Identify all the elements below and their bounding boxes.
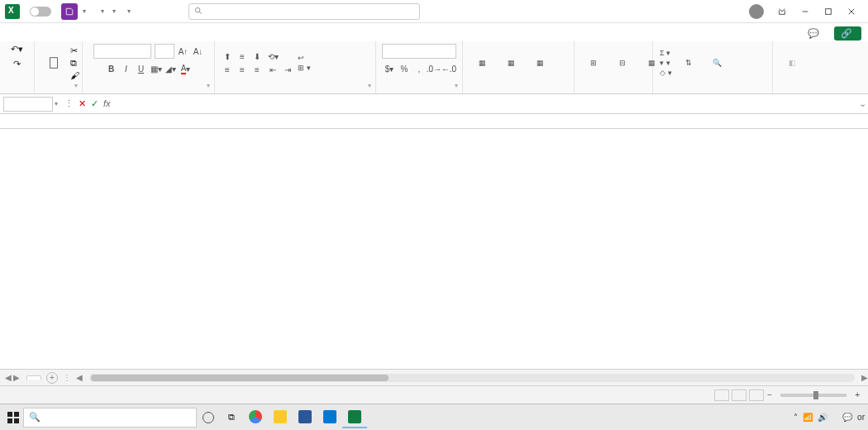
tray-chevron[interactable]: ˄ — [794, 413, 798, 422]
sheet-nav-next[interactable]: ▶ — [13, 373, 20, 382]
fill-button[interactable]: ▾ ▾ — [660, 59, 672, 67]
name-box[interactable] — [3, 97, 53, 112]
wrap-text-button[interactable]: ↩ — [298, 54, 311, 62]
font-color-icon[interactable]: A▾ — [180, 63, 192, 74]
user-account[interactable] — [745, 4, 764, 19]
comments-button[interactable]: 💬 — [802, 26, 827, 41]
paste-button[interactable] — [41, 52, 66, 74]
start-button[interactable] — [3, 408, 23, 428]
view-break-icon[interactable] — [749, 389, 764, 401]
tray-network-icon[interactable]: 📶 — [803, 413, 813, 422]
zoom-in[interactable]: + — [851, 390, 863, 399]
underline-icon[interactable]: U — [136, 63, 147, 74]
zoom-out[interactable]: − — [764, 390, 775, 399]
indent-right-icon[interactable]: ⇥ — [282, 64, 293, 75]
search-icon — [194, 7, 203, 16]
share-button[interactable]: 🔗 — [834, 26, 861, 41]
numfmt-caret[interactable]: ▾ — [101, 7, 104, 15]
file-explorer-icon[interactable] — [268, 407, 293, 428]
view-layout-icon[interactable] — [732, 389, 746, 401]
minimize-button[interactable] — [794, 2, 817, 21]
bold-icon[interactable]: B — [106, 63, 117, 74]
ribbon: ↶▾ ↷ ✂ ⧉ 🖌 ▾ A↑ A↓ — [0, 41, 868, 94]
autosave[interactable] — [26, 7, 55, 17]
book-dropdown[interactable]: ▾ — [127, 7, 131, 15]
taskbar-search[interactable]: 🔍 — [23, 408, 197, 428]
italic-icon[interactable]: I — [121, 63, 132, 74]
format-as-table-button[interactable]: ▦ — [498, 52, 523, 74]
windows-taskbar: 🔍 ⧉ ˄ 📶 🔊 💬 or — [0, 404, 868, 430]
qat-more[interactable]: ▾ — [112, 7, 116, 15]
hscroll-right[interactable]: ▶ — [861, 373, 868, 382]
qat-dropdown[interactable]: ▾ — [83, 7, 86, 15]
align-middle-icon[interactable]: ≡ — [236, 50, 248, 62]
name-box-caret[interactable]: ▾ — [53, 100, 60, 108]
view-normal-icon[interactable] — [714, 389, 729, 401]
increase-decimal-icon[interactable]: .0→ — [428, 63, 440, 74]
store-icon[interactable] — [317, 407, 342, 428]
delete-cells-button[interactable]: ⊟ — [610, 52, 635, 74]
cut-icon[interactable]: ✂ — [70, 45, 79, 56]
font-name-select[interactable] — [93, 44, 151, 59]
accounting-icon[interactable]: $▾ — [384, 63, 395, 74]
enter-formula-icon[interactable]: ✓ — [91, 98, 98, 109]
group-undo — [7, 82, 27, 93]
analyze-data-button[interactable]: ◧ — [780, 52, 804, 74]
tray-volume-icon[interactable]: 🔊 — [818, 413, 827, 422]
autosave-toggle[interactable] — [30, 7, 51, 17]
border-icon[interactable]: ▦▾ — [150, 63, 162, 74]
hscroll-left[interactable]: ◀ — [76, 373, 83, 382]
clear-button[interactable]: ◇ ▾ — [660, 69, 672, 77]
percent-icon[interactable]: % — [398, 63, 410, 74]
shrink-font-icon[interactable]: A↓ — [193, 45, 204, 57]
insert-cells-button[interactable]: ⊞ — [581, 52, 606, 74]
sheet-tab[interactable] — [26, 375, 41, 380]
sheet-nav-prev[interactable]: ◀ — [5, 373, 12, 382]
chrome-icon[interactable] — [243, 407, 268, 428]
redo-icon[interactable]: ↷ — [13, 59, 21, 69]
copy-icon[interactable]: ⧉ — [70, 58, 79, 69]
number-format-select[interactable] — [382, 44, 456, 59]
font-size-select[interactable] — [155, 44, 174, 59]
close-button[interactable] — [840, 2, 863, 21]
align-top-icon[interactable]: ⬆ — [222, 50, 233, 62]
autosum-button[interactable]: Σ ▾ — [660, 49, 672, 57]
undo-icon[interactable]: ↶▾ — [11, 44, 23, 55]
title-bar: ▾ ▾ ▾ ▾ — [0, 0, 868, 23]
conditional-formatting-button[interactable]: ▦ — [470, 52, 494, 74]
align-bottom-icon[interactable]: ⬇ — [251, 50, 263, 62]
zoom-slider[interactable] — [780, 394, 847, 397]
save-icon[interactable] — [61, 3, 78, 20]
sort-filter-button[interactable]: ⇅ — [676, 52, 701, 74]
align-left-icon[interactable]: ≡ — [222, 64, 233, 75]
task-view-icon[interactable]: ⧉ — [220, 406, 243, 429]
format-painter-icon[interactable]: 🖌 — [70, 70, 79, 80]
maximize-button[interactable] — [817, 2, 840, 21]
spreadsheet-grid[interactable] — [0, 132, 868, 369]
cell-styles-button[interactable]: ▦ — [527, 52, 552, 74]
search-box[interactable] — [188, 3, 420, 20]
align-center-icon[interactable]: ≡ — [236, 64, 248, 75]
add-sheet-button[interactable]: + — [46, 372, 58, 384]
grow-font-icon[interactable]: A↑ — [178, 45, 189, 57]
merge-center-button[interactable]: ⊞ ▾ — [298, 64, 311, 72]
group-number: ▾ — [383, 82, 455, 93]
orientation-icon[interactable]: ⟲▾ — [267, 50, 279, 62]
comma-icon[interactable]: , — [413, 63, 425, 74]
ribbon-options-icon[interactable] — [770, 2, 794, 21]
fx-icon[interactable]: fx — [103, 98, 111, 109]
word-icon[interactable] — [293, 407, 317, 428]
horizontal-scrollbar[interactable] — [89, 374, 855, 382]
fill-color-icon[interactable]: ◢▾ — [165, 63, 177, 74]
svg-rect-2 — [50, 57, 58, 68]
notifications-icon[interactable]: 💬 — [842, 413, 852, 422]
decrease-decimal-icon[interactable]: ←.0 — [443, 63, 455, 74]
expand-formula-bar[interactable]: ⌄ — [856, 98, 868, 109]
align-right-icon[interactable]: ≡ — [251, 64, 263, 75]
status-bar: − + — [0, 385, 868, 404]
find-select-button[interactable]: 🔍 — [705, 52, 730, 74]
cancel-formula-icon[interactable]: ✕ — [79, 98, 86, 109]
indent-left-icon[interactable]: ⇤ — [267, 64, 279, 75]
cortana-icon[interactable] — [197, 406, 220, 429]
excel-taskbar-icon[interactable] — [342, 407, 367, 428]
